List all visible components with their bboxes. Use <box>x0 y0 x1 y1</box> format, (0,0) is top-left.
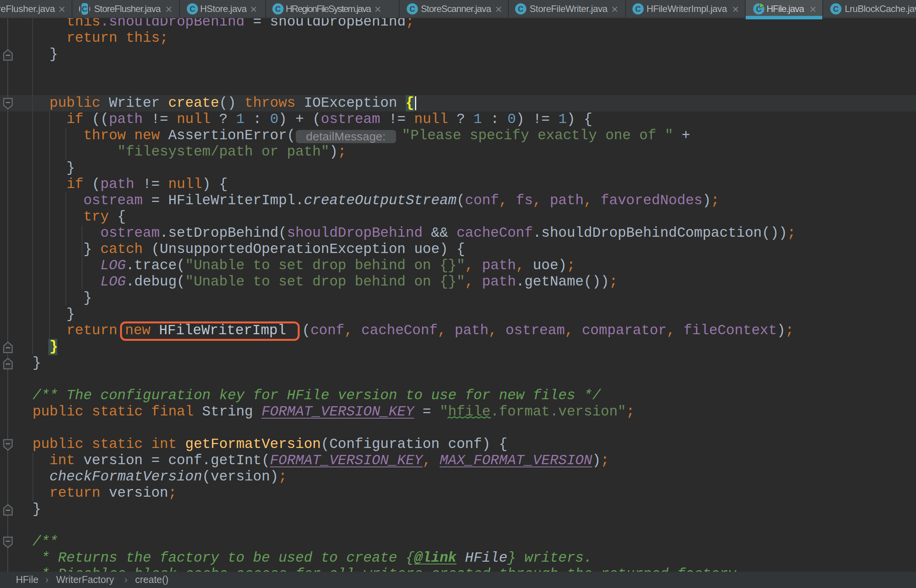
svg-text:C: C <box>190 5 195 13</box>
svg-text:C: C <box>410 5 415 13</box>
svg-text:C: C <box>518 5 523 13</box>
svg-text:C: C <box>833 5 839 13</box>
svg-text:C: C <box>635 5 641 13</box>
svg-text:C: C <box>82 5 87 13</box>
svg-text:C: C <box>275 5 281 13</box>
